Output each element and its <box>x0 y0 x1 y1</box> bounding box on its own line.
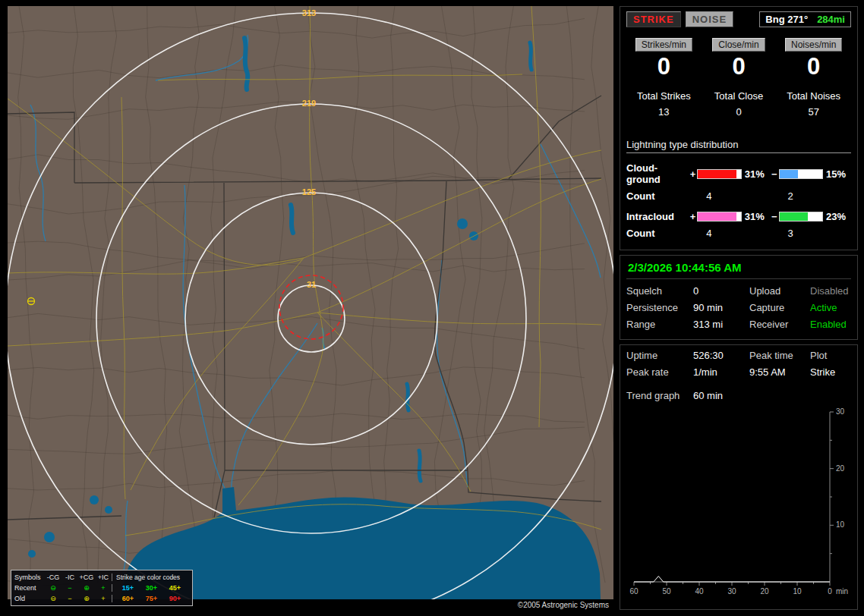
map-view[interactable]: 313 219 125 31 Symbols -CG -IC +CG +IC S… <box>8 6 613 610</box>
svg-text:60: 60 <box>629 587 639 596</box>
persistence-value: 90 min <box>693 302 749 313</box>
datetime-display: 2/3/2026 10:44:56 AM <box>626 259 851 279</box>
trend-graph-label-row: Trend graph 60 min <box>626 390 851 401</box>
recent-pos-ic-icon: + <box>95 584 112 592</box>
svg-text:min: min <box>836 587 848 596</box>
close-per-min-column: Close/min 0 Total Close 0 <box>702 38 777 118</box>
range-ring-label-219: 219 <box>302 99 316 108</box>
neg-cg-bar <box>779 169 823 179</box>
cloud-ground-count-row: Count 4 2 <box>626 190 851 202</box>
svg-text:20: 20 <box>836 464 845 473</box>
cloud-ground-row: Cloud-ground + 31% − 15% <box>626 162 851 185</box>
age-code-15: 15+ <box>116 584 140 592</box>
close-per-min-value: 0 <box>702 55 777 78</box>
plus-sign: + <box>689 168 698 180</box>
neg-cg-bar-fill <box>780 170 798 178</box>
svg-text:0: 0 <box>828 587 832 596</box>
neg-ic-count: 3 <box>778 228 851 239</box>
legend-old-row: Old ⊖ − ⊕ + 60+ 75+ 90+ <box>14 593 189 604</box>
receiver-label: Receiver <box>749 319 810 330</box>
capture-status: Active <box>810 302 851 313</box>
age-codes-old: 60+ 75+ 90+ <box>112 595 189 602</box>
strike-legend: Symbols -CG -IC +CG +IC Strike age color… <box>11 570 193 606</box>
pos-cg-percent: 31% <box>742 168 770 180</box>
total-close-value: 0 <box>702 106 777 118</box>
squelch-value: 0 <box>693 285 749 297</box>
range-label: Range <box>626 319 693 330</box>
intracloud-count-row: Count 4 3 <box>626 228 851 239</box>
receiver-status: Enabled <box>810 319 851 330</box>
old-neg-ic-icon: − <box>61 595 78 602</box>
plot-type-value: Strike <box>810 366 851 378</box>
legend-col-pos-ic: +IC <box>95 574 112 581</box>
runtime-grid: Uptime 526:30 Peak time Plot Peak rate 1… <box>626 350 851 378</box>
legend-header-row: Symbols -CG -IC +CG +IC Strike age color… <box>14 572 189 583</box>
stats-section: STRIKE NOISE Bng 271° 284mi Strikes/min … <box>620 6 858 250</box>
minus-sign: − <box>770 168 779 180</box>
pos-ic-percent: 31% <box>742 211 770 222</box>
pos-cg-bar <box>697 169 741 179</box>
peak-time-value: 9:55 AM <box>749 366 810 378</box>
rates-row: Strikes/min 0 Total Strikes 13 Close/min… <box>626 38 851 118</box>
neg-ic-percent: 23% <box>823 211 851 222</box>
svg-text:10: 10 <box>836 520 845 529</box>
persistence-label: Persistence <box>626 302 693 313</box>
range-ring-label-313: 313 <box>302 8 316 17</box>
svg-text:40: 40 <box>695 587 704 596</box>
pos-ic-count: 4 <box>697 228 770 239</box>
minus-sign: − <box>770 211 779 222</box>
pos-cg-bar-fill <box>698 170 736 178</box>
svg-text:10: 10 <box>793 587 802 596</box>
age-code-60: 60+ <box>116 595 140 602</box>
legend-symbols-header: Symbols <box>14 574 45 581</box>
svg-text:30: 30 <box>836 407 845 416</box>
trend-window-value: 60 min <box>693 390 851 401</box>
strikes-per-min-value: 0 <box>626 55 702 78</box>
plot-header: Plot <box>810 350 851 361</box>
age-code-90: 90+ <box>163 595 187 602</box>
recent-neg-cg-icon: ⊖ <box>45 584 61 592</box>
trend-graph-label: Trend graph <box>626 390 693 401</box>
bearing-display: Bng 271° 284mi <box>759 11 851 27</box>
range-ring-label-125: 125 <box>302 187 316 196</box>
pos-ic-bar-fill <box>698 212 736 221</box>
squelch-label: Squelch <box>626 285 693 297</box>
svg-text:20: 20 <box>760 587 769 596</box>
strikes-per-min-column: Strikes/min 0 Total Strikes 13 <box>626 38 702 118</box>
plus-sign: + <box>689 211 698 222</box>
cloud-ground-label: Cloud-ground <box>626 162 689 185</box>
total-close-label: Total Close <box>702 90 777 102</box>
stormvue-app: { "map": { "land_color": "#6e6056", "wat… <box>0 0 864 616</box>
neg-cg-count: 2 <box>778 190 851 202</box>
distance-value: 284mi <box>817 14 845 25</box>
legend-col-neg-cg: -CG <box>45 574 61 581</box>
noise-indicator-button[interactable]: NOISE <box>686 11 733 27</box>
pos-cg-count: 4 <box>697 190 770 202</box>
legend-col-pos-cg: +CG <box>78 574 95 581</box>
settings-grid: Squelch 0 Upload Disabled Persistence 90… <box>626 285 851 330</box>
intracloud-label: Intracloud <box>626 211 689 222</box>
upload-label: Upload <box>749 285 810 297</box>
strikes-per-min-badge[interactable]: Strikes/min <box>635 38 692 52</box>
pos-ic-bar <box>697 212 741 222</box>
capture-label: Capture <box>749 302 810 313</box>
age-code-30: 30+ <box>140 584 163 592</box>
strike-indicator-button[interactable]: STRIKE <box>626 11 681 27</box>
count-label: Count <box>626 190 689 202</box>
legend-old-label: Old <box>14 595 45 602</box>
distribution-title: Lightning type distribution <box>626 139 851 153</box>
side-panel: STRIKE NOISE Bng 271° 284mi Strikes/min … <box>620 6 858 614</box>
close-per-min-badge[interactable]: Close/min <box>712 38 765 52</box>
peak-rate-value: 1/min <box>693 366 749 378</box>
neg-cg-percent: 15% <box>823 168 851 180</box>
legend-age-header: Strike age color codes <box>112 574 189 581</box>
uptime-value: 526:30 <box>693 350 749 361</box>
noises-per-min-badge[interactable]: Noises/min <box>785 38 842 52</box>
recent-pos-cg-icon: ⊕ <box>78 584 95 592</box>
intracloud-row: Intracloud + 31% − 23% <box>626 211 851 222</box>
legend-recent-label: Recent <box>14 584 45 592</box>
total-noises-value: 57 <box>776 106 851 118</box>
copyright-text: ©2005 Astrogenic Systems <box>518 601 609 609</box>
age-codes-recent: 15+ 30+ 45+ <box>112 584 189 592</box>
settings-section: 2/3/2026 10:44:56 AM Squelch 0 Upload Di… <box>620 255 858 340</box>
